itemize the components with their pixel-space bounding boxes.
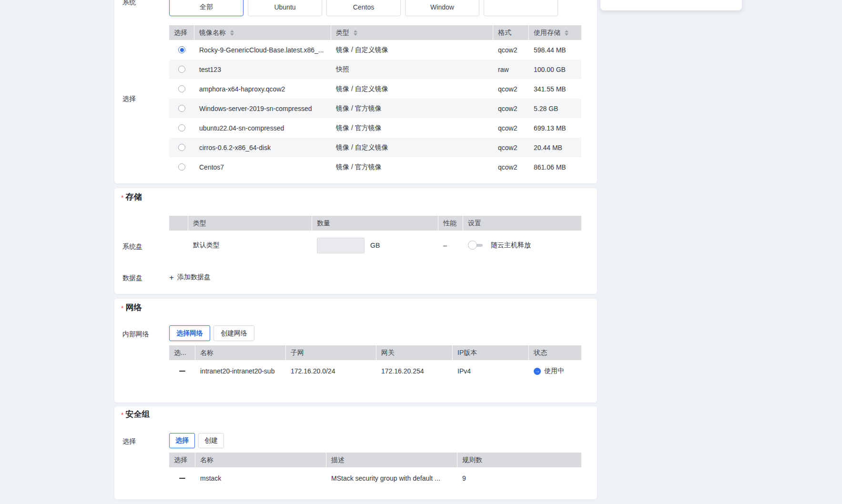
column-header: IP版本: [453, 345, 529, 360]
tab-label: Window: [430, 3, 454, 11]
table-header: 选择名称描述规则数: [169, 453, 581, 467]
cell-storage: 598.44 MB: [529, 40, 581, 60]
column-header: 子网: [286, 345, 376, 360]
security-section-title: * 安全组: [121, 409, 150, 420]
security-buttons: 选择 创建: [169, 433, 224, 448]
release-with-host-label: 随云主机释放: [491, 241, 531, 250]
cell-name: Windows-server-2019-sn-compressed: [194, 99, 331, 118]
status-text: 使用中: [544, 367, 564, 375]
radio-button[interactable]: [178, 105, 185, 112]
release-with-host-toggle[interactable]: [468, 241, 486, 250]
select-network-button[interactable]: 选择网络: [169, 325, 210, 341]
cell-subnet: 172.16.20.0/24: [286, 360, 376, 382]
system-tab-3[interactable]: Window: [405, 0, 479, 16]
add-data-disk-button[interactable]: + 添加数据盘: [169, 273, 211, 282]
cell-storage: 699.13 MB: [529, 118, 581, 138]
column-header: 选...: [169, 345, 195, 360]
column-label: 描述: [331, 456, 345, 464]
column-header: 数量: [312, 216, 438, 231]
cell-selected: [169, 40, 194, 60]
cell-sel: [169, 467, 195, 489]
column-label: 使用存储: [534, 29, 560, 37]
storage-section-title: * 存储: [121, 192, 142, 202]
plus-icon: +: [169, 273, 174, 282]
table-row[interactable]: test123快照raw100.00 GB: [169, 60, 581, 79]
column-label: 状态: [534, 349, 547, 357]
table-row[interactable]: cirros-0.6.2-x86_64-disk镜像 / 自定义镜像qcow22…: [169, 138, 581, 157]
create-security-group-button[interactable]: 创建: [198, 433, 224, 448]
column-label: 类型: [193, 219, 206, 228]
storage-card: * 存储 系统盘 类型数量性能设置 默认类型 GB – 随云主机释放 数据盘 +…: [114, 188, 597, 294]
cell-storage: 5.28 GB: [529, 99, 581, 118]
data-disk-label: 数据盘: [122, 273, 142, 282]
section-title: 网络: [125, 302, 142, 313]
cell-selected: [169, 99, 194, 118]
section-title: 安全组: [125, 409, 150, 420]
cell-format: qcow2: [493, 99, 529, 118]
table-row[interactable]: amphora-x64-haproxy.qcow2镜像 / 自定义镜像qcow2…: [169, 79, 581, 99]
tab-label: Ubuntu: [274, 3, 295, 11]
system-tab-0[interactable]: 全部: [169, 0, 243, 16]
cell-type: 镜像 / 自定义镜像: [331, 79, 493, 99]
column-label: 子网: [291, 349, 304, 357]
column-header: 设置: [463, 216, 581, 231]
radio-button[interactable]: [178, 46, 185, 53]
cell-format: qcow2: [493, 79, 529, 99]
radio-button[interactable]: [178, 66, 185, 73]
column-label: 设置: [468, 219, 481, 228]
system-disk-row: 默认类型 GB – 随云主机释放: [169, 231, 581, 260]
system-field-label: 系统: [122, 0, 136, 7]
system-tab-4[interactable]: [484, 0, 558, 16]
cell-selected: [169, 138, 194, 157]
cell-status: 使用中: [529, 360, 581, 382]
column-label: 选择: [174, 29, 187, 37]
image-select-label: 选择: [122, 94, 136, 103]
sort-icon[interactable]: [354, 30, 357, 36]
column-label: 规则数: [462, 456, 482, 464]
radio-button[interactable]: [178, 124, 185, 131]
table-row[interactable]: Rocky-9-GenericCloud-Base.latest.x86_...…: [169, 40, 581, 60]
column-label: 选择: [174, 456, 187, 464]
cell-ip_version: IPv4: [453, 360, 529, 382]
column-header: 规则数: [457, 453, 581, 467]
table-row[interactable]: mstackMStack security group with default…: [169, 467, 581, 489]
tab-label: Centos: [353, 3, 374, 11]
system-tab-1[interactable]: Ubuntu: [248, 0, 322, 16]
create-network-button[interactable]: 创建网络: [213, 325, 254, 341]
column-header: 格式: [493, 25, 529, 40]
system-tab-2[interactable]: Centos: [326, 0, 401, 16]
floating-panel: [600, 0, 742, 10]
image-table: 选择镜像名称类型格式使用存储Rocky-9-GenericCloud-Base.…: [169, 25, 581, 177]
disk-performance-cell: –: [438, 231, 463, 260]
sort-icon[interactable]: [230, 30, 234, 36]
cell-format: qcow2: [493, 118, 529, 138]
system-disk-table-header: 类型数量性能设置: [169, 216, 581, 231]
column-label: 类型: [336, 29, 349, 37]
disk-size-unit: GB: [370, 242, 380, 249]
radio-button[interactable]: [178, 85, 185, 92]
column-label: 镜像名称: [199, 29, 226, 37]
disk-settings-cell: 随云主机释放: [463, 231, 581, 260]
cell-name: Rocky-9-GenericCloud-Base.latest.x86_...: [194, 40, 331, 60]
select-security-group-button[interactable]: 选择: [169, 433, 195, 448]
table-header: 类型数量性能设置: [169, 216, 581, 231]
tab-label: 全部: [200, 3, 213, 11]
table-row[interactable]: ubuntu22.04-sn-compressed镜像 / 官方镜像qcow26…: [169, 118, 581, 138]
os-filter-tabs: 全部UbuntuCentosWindow: [169, 0, 558, 16]
table-row[interactable]: intranet20-intranet20-sub172.16.20.0/241…: [169, 360, 581, 382]
network-card: * 网络 内部网络 选择网络 创建网络 选...名称子网网关IP版本状态intr…: [114, 299, 597, 403]
table-row[interactable]: Centos7镜像 / 官方镜像qcow2861.06 MB: [169, 157, 581, 177]
radio-button[interactable]: [178, 144, 185, 151]
cell-description: MStack security group with default ...: [326, 467, 457, 489]
disk-size-input[interactable]: [317, 238, 365, 253]
system-image-card: 系统 全部UbuntuCentosWindow 选择 选择镜像名称类型格式使用存…: [114, 0, 597, 183]
table-row[interactable]: Windows-server-2019-sn-compressed镜像 / 官方…: [169, 99, 581, 118]
radio-button[interactable]: [178, 163, 185, 171]
disk-type-cell: 默认类型: [188, 231, 312, 260]
cell-name: cirros-0.6.2-x86_64-disk: [194, 138, 331, 157]
sort-icon[interactable]: [565, 30, 568, 36]
cell-name: amphora-x64-haproxy.qcow2: [194, 79, 331, 99]
cell-storage: 341.55 MB: [529, 79, 581, 99]
column-header: 性能: [438, 216, 463, 231]
cell-name: ubuntu22.04-sn-compressed: [194, 118, 331, 138]
